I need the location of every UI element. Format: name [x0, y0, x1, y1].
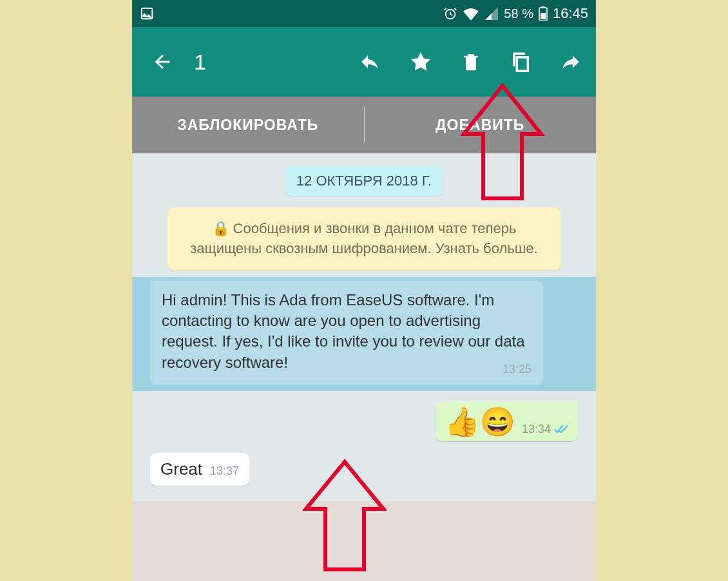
incoming-message-selected[interactable]: Hi admin! This is Ada from EaseUS softwa…	[150, 281, 543, 385]
message-time: 13:25	[503, 361, 532, 377]
delete-button[interactable]	[461, 50, 481, 73]
incoming-row: Great 13:37	[150, 450, 578, 488]
phone-frame: 58 % 16:45 1	[132, 0, 596, 581]
svg-rect-4	[541, 13, 546, 19]
message-time: 13:34	[522, 423, 551, 436]
wifi-icon	[463, 6, 479, 21]
copy-button[interactable]	[510, 50, 532, 74]
svg-rect-5	[517, 57, 528, 71]
back-button[interactable]	[151, 51, 173, 73]
clock-time: 16:45	[553, 5, 588, 22]
status-bar: 58 % 16:45	[132, 0, 596, 27]
selection-toolbar: 1	[132, 27, 596, 97]
star-button[interactable]	[409, 50, 432, 73]
battery-pct: 58 %	[504, 6, 533, 21]
alarm-icon	[443, 6, 457, 21]
contact-action-bar: ЗАБЛОКИРОВАТЬ ДОБАВИТЬ	[132, 97, 596, 153]
add-contact-button[interactable]: ДОБАВИТЬ	[365, 97, 597, 153]
battery-icon	[539, 6, 548, 21]
reply-button[interactable]	[359, 51, 381, 73]
lock-icon: 🔒	[212, 220, 229, 236]
image-notification-icon	[140, 6, 154, 21]
status-right: 58 % 16:45	[443, 5, 588, 22]
chat-area-bottom: 👍😄 13:34 Great 13:37	[132, 391, 596, 501]
message-time: 13:37	[210, 464, 239, 478]
signal-icon	[484, 7, 499, 20]
message-text: Hi admin! This is Ada from EaseUS softwa…	[162, 291, 525, 371]
read-receipt-icon	[553, 424, 569, 435]
chat-area-top: 12 ОКТЯБРЯ 2018 Г. 🔒Сообщения и звонки в…	[132, 153, 596, 277]
forward-button[interactable]	[560, 51, 582, 73]
emoji-content: 👍😄	[445, 408, 515, 436]
encryption-notice[interactable]: 🔒Сообщения и звонки в данном чате теперь…	[168, 207, 561, 271]
message-text: Great	[160, 459, 202, 479]
outgoing-message[interactable]: 👍😄 13:34	[436, 401, 578, 441]
date-chip: 12 ОКТЯБРЯ 2018 Г.	[285, 166, 443, 196]
block-button[interactable]: ЗАБЛОКИРОВАТЬ	[132, 97, 364, 153]
status-left	[140, 6, 154, 21]
selection-count: 1	[194, 50, 351, 75]
incoming-message[interactable]: Great 13:37	[150, 453, 249, 486]
selected-message-row[interactable]: Hi admin! This is Ada from EaseUS softwa…	[132, 277, 596, 391]
outgoing-row: 👍😄 13:34	[150, 397, 578, 445]
